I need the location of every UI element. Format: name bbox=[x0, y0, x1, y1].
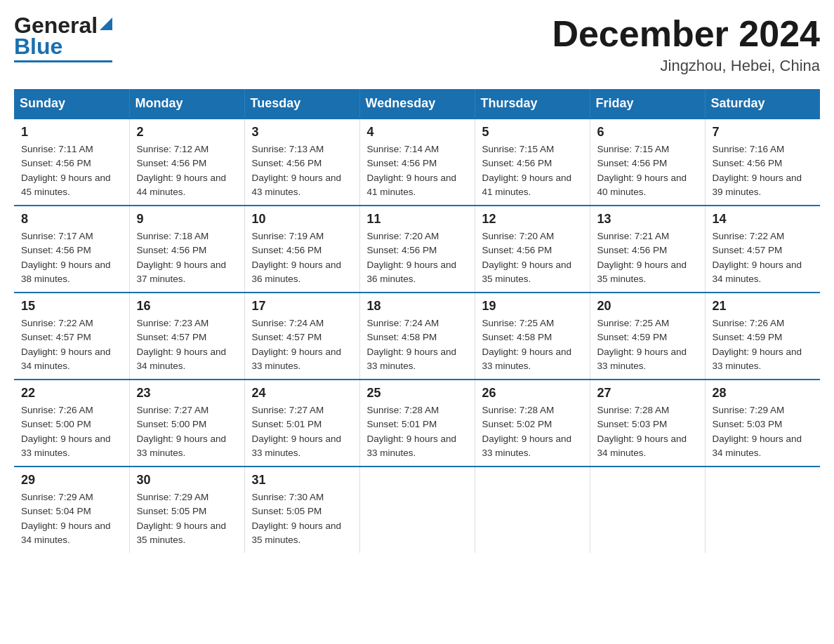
calendar-day-cell: 27 Sunrise: 7:28 AMSunset: 5:03 PMDaylig… bbox=[590, 380, 705, 467]
calendar-day-cell: 9 Sunrise: 7:18 AMSunset: 4:56 PMDayligh… bbox=[129, 206, 244, 293]
column-header-monday: Monday bbox=[129, 89, 244, 119]
calendar-day-cell: 8 Sunrise: 7:17 AMSunset: 4:56 PMDayligh… bbox=[14, 206, 129, 293]
calendar-day-cell: 19 Sunrise: 7:25 AMSunset: 4:58 PMDaylig… bbox=[475, 293, 590, 380]
day-info: Sunrise: 7:15 AMSunset: 4:56 PMDaylight:… bbox=[482, 142, 583, 199]
day-info: Sunrise: 7:28 AMSunset: 5:01 PMDaylight:… bbox=[367, 403, 468, 460]
day-info: Sunrise: 7:24 AMSunset: 4:57 PMDaylight:… bbox=[252, 316, 352, 373]
calendar-empty-cell bbox=[705, 467, 820, 553]
day-number: 7 bbox=[713, 125, 814, 140]
column-header-tuesday: Tuesday bbox=[244, 89, 359, 119]
day-number: 6 bbox=[597, 125, 698, 140]
calendar-day-cell: 5 Sunrise: 7:15 AMSunset: 4:56 PMDayligh… bbox=[475, 119, 590, 206]
calendar-week-row: 15 Sunrise: 7:22 AMSunset: 4:57 PMDaylig… bbox=[14, 293, 820, 380]
calendar-empty-cell bbox=[359, 467, 475, 553]
day-info: Sunrise: 7:14 AMSunset: 4:56 PMDaylight:… bbox=[367, 142, 468, 199]
day-info: Sunrise: 7:26 AMSunset: 4:59 PMDaylight:… bbox=[713, 316, 814, 373]
logo: General Blue bbox=[14, 14, 112, 62]
day-info: Sunrise: 7:16 AMSunset: 4:56 PMDaylight:… bbox=[713, 142, 814, 199]
day-number: 21 bbox=[713, 299, 814, 314]
calendar-day-cell: 26 Sunrise: 7:28 AMSunset: 5:02 PMDaylig… bbox=[475, 380, 590, 467]
day-number: 8 bbox=[21, 212, 122, 227]
calendar-day-cell: 22 Sunrise: 7:26 AMSunset: 5:00 PMDaylig… bbox=[14, 380, 129, 467]
calendar-day-cell: 24 Sunrise: 7:27 AMSunset: 5:01 PMDaylig… bbox=[244, 380, 359, 467]
calendar-day-cell: 21 Sunrise: 7:26 AMSunset: 4:59 PMDaylig… bbox=[705, 293, 820, 380]
calendar-day-cell: 12 Sunrise: 7:20 AMSunset: 4:56 PMDaylig… bbox=[475, 206, 590, 293]
day-number: 19 bbox=[482, 299, 583, 314]
day-number: 16 bbox=[137, 299, 237, 314]
day-info: Sunrise: 7:23 AMSunset: 4:57 PMDaylight:… bbox=[137, 316, 237, 373]
day-number: 3 bbox=[252, 125, 352, 140]
calendar-week-row: 1 Sunrise: 7:11 AMSunset: 4:56 PMDayligh… bbox=[14, 119, 820, 206]
calendar-day-cell: 17 Sunrise: 7:24 AMSunset: 4:57 PMDaylig… bbox=[244, 293, 359, 380]
day-info: Sunrise: 7:11 AMSunset: 4:56 PMDaylight:… bbox=[21, 142, 122, 199]
day-number: 26 bbox=[482, 386, 583, 401]
calendar-day-cell: 11 Sunrise: 7:20 AMSunset: 4:56 PMDaylig… bbox=[359, 206, 475, 293]
day-info: Sunrise: 7:29 AMSunset: 5:03 PMDaylight:… bbox=[713, 403, 814, 460]
day-info: Sunrise: 7:22 AMSunset: 4:57 PMDaylight:… bbox=[713, 229, 814, 286]
calendar-day-cell: 4 Sunrise: 7:14 AMSunset: 4:56 PMDayligh… bbox=[359, 119, 475, 206]
logo-blue: Blue bbox=[14, 34, 62, 59]
day-info: Sunrise: 7:29 AMSunset: 5:05 PMDaylight:… bbox=[137, 490, 237, 547]
day-number: 27 bbox=[597, 386, 698, 401]
day-info: Sunrise: 7:22 AMSunset: 4:57 PMDaylight:… bbox=[21, 316, 122, 373]
day-number: 17 bbox=[252, 299, 352, 314]
day-info: Sunrise: 7:17 AMSunset: 4:56 PMDaylight:… bbox=[21, 229, 122, 286]
day-info: Sunrise: 7:25 AMSunset: 4:58 PMDaylight:… bbox=[482, 316, 583, 373]
calendar-day-cell: 18 Sunrise: 7:24 AMSunset: 4:58 PMDaylig… bbox=[359, 293, 475, 380]
calendar-week-row: 22 Sunrise: 7:26 AMSunset: 5:00 PMDaylig… bbox=[14, 380, 820, 467]
page-title: December 2024 bbox=[552, 14, 820, 54]
calendar-day-cell: 2 Sunrise: 7:12 AMSunset: 4:56 PMDayligh… bbox=[129, 119, 244, 206]
day-number: 30 bbox=[137, 473, 237, 488]
calendar-day-cell: 31 Sunrise: 7:30 AMSunset: 5:05 PMDaylig… bbox=[244, 467, 359, 553]
day-number: 11 bbox=[367, 212, 468, 227]
day-info: Sunrise: 7:27 AMSunset: 5:00 PMDaylight:… bbox=[137, 403, 237, 460]
day-number: 14 bbox=[713, 212, 814, 227]
calendar-header-row: SundayMondayTuesdayWednesdayThursdayFrid… bbox=[14, 89, 820, 119]
calendar-day-cell: 20 Sunrise: 7:25 AMSunset: 4:59 PMDaylig… bbox=[590, 293, 705, 380]
day-info: Sunrise: 7:29 AMSunset: 5:04 PMDaylight:… bbox=[21, 490, 122, 547]
day-number: 15 bbox=[21, 299, 122, 314]
day-number: 12 bbox=[482, 212, 583, 227]
day-number: 28 bbox=[713, 386, 814, 401]
column-header-saturday: Saturday bbox=[705, 89, 820, 119]
subtitle: Jingzhou, Hebei, China bbox=[552, 57, 820, 75]
day-number: 10 bbox=[252, 212, 352, 227]
calendar-day-cell: 14 Sunrise: 7:22 AMSunset: 4:57 PMDaylig… bbox=[705, 206, 820, 293]
column-header-wednesday: Wednesday bbox=[359, 89, 475, 119]
day-info: Sunrise: 7:25 AMSunset: 4:59 PMDaylight:… bbox=[597, 316, 698, 373]
calendar-day-cell: 10 Sunrise: 7:19 AMSunset: 4:56 PMDaylig… bbox=[244, 206, 359, 293]
day-info: Sunrise: 7:18 AMSunset: 4:56 PMDaylight:… bbox=[137, 229, 237, 286]
calendar-day-cell: 28 Sunrise: 7:29 AMSunset: 5:03 PMDaylig… bbox=[705, 380, 820, 467]
day-info: Sunrise: 7:28 AMSunset: 5:02 PMDaylight:… bbox=[482, 403, 583, 460]
day-number: 4 bbox=[367, 125, 468, 140]
day-number: 22 bbox=[21, 386, 122, 401]
title-section: December 2024 Jingzhou, Hebei, China bbox=[552, 14, 820, 75]
column-header-friday: Friday bbox=[590, 89, 705, 119]
day-info: Sunrise: 7:26 AMSunset: 5:00 PMDaylight:… bbox=[21, 403, 122, 460]
day-number: 25 bbox=[367, 386, 468, 401]
day-number: 1 bbox=[21, 125, 122, 140]
day-number: 20 bbox=[597, 299, 698, 314]
column-header-sunday: Sunday bbox=[14, 89, 129, 119]
day-number: 2 bbox=[137, 125, 237, 140]
column-header-thursday: Thursday bbox=[475, 89, 590, 119]
day-info: Sunrise: 7:13 AMSunset: 4:56 PMDaylight:… bbox=[252, 142, 352, 199]
day-info: Sunrise: 7:20 AMSunset: 4:56 PMDaylight:… bbox=[482, 229, 583, 286]
day-info: Sunrise: 7:19 AMSunset: 4:56 PMDaylight:… bbox=[252, 229, 352, 286]
day-number: 31 bbox=[252, 473, 352, 488]
day-number: 23 bbox=[137, 386, 237, 401]
day-number: 9 bbox=[137, 212, 237, 227]
calendar-table: SundayMondayTuesdayWednesdayThursdayFrid… bbox=[14, 89, 820, 553]
calendar-day-cell: 6 Sunrise: 7:15 AMSunset: 4:56 PMDayligh… bbox=[590, 119, 705, 206]
calendar-day-cell: 13 Sunrise: 7:21 AMSunset: 4:56 PMDaylig… bbox=[590, 206, 705, 293]
calendar-day-cell: 16 Sunrise: 7:23 AMSunset: 4:57 PMDaylig… bbox=[129, 293, 244, 380]
calendar-day-cell: 25 Sunrise: 7:28 AMSunset: 5:01 PMDaylig… bbox=[359, 380, 475, 467]
day-info: Sunrise: 7:12 AMSunset: 4:56 PMDaylight:… bbox=[137, 142, 237, 199]
day-info: Sunrise: 7:27 AMSunset: 5:01 PMDaylight:… bbox=[252, 403, 352, 460]
day-info: Sunrise: 7:24 AMSunset: 4:58 PMDaylight:… bbox=[367, 316, 468, 373]
calendar-week-row: 29 Sunrise: 7:29 AMSunset: 5:04 PMDaylig… bbox=[14, 467, 820, 553]
day-info: Sunrise: 7:30 AMSunset: 5:05 PMDaylight:… bbox=[252, 490, 352, 547]
day-info: Sunrise: 7:20 AMSunset: 4:56 PMDaylight:… bbox=[367, 229, 468, 286]
page-header: General Blue December 2024 Jingzhou, Heb… bbox=[14, 14, 820, 75]
day-number: 5 bbox=[482, 125, 583, 140]
